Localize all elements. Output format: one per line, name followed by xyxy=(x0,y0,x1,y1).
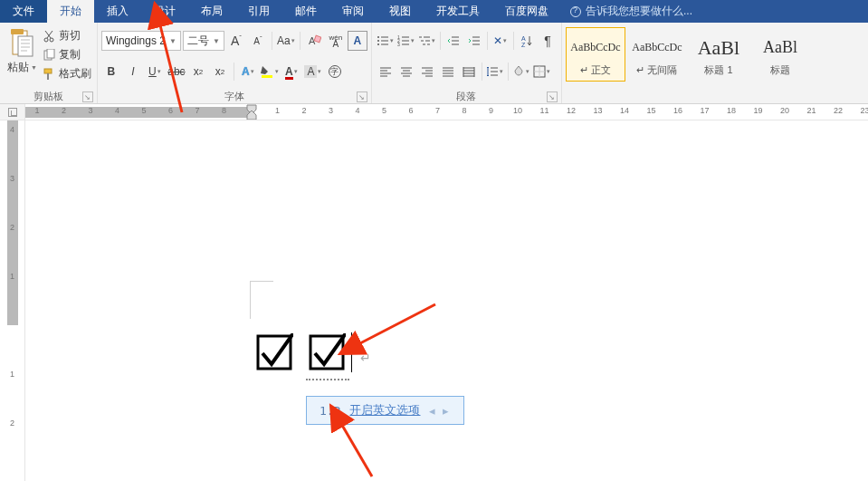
underline-button[interactable]: U▾ xyxy=(145,62,165,82)
decrease-indent-button[interactable] xyxy=(444,31,463,51)
distributed-button[interactable] xyxy=(459,62,479,82)
selection-underline xyxy=(306,333,349,375)
cut-button[interactable]: 剪切 xyxy=(41,27,93,44)
tab-design[interactable]: 设计 xyxy=(141,0,188,23)
svg-rect-2 xyxy=(18,36,33,56)
strikethrough-button[interactable]: abc xyxy=(167,62,186,82)
font-dialog-launcher[interactable]: ↘ xyxy=(357,91,367,102)
grow-font-button[interactable]: Aˆ xyxy=(226,31,246,51)
highlight-button[interactable]: ▾ xyxy=(260,62,280,82)
show-hide-marks-button[interactable]: ¶ xyxy=(538,31,558,51)
copy-button[interactable]: 复制 xyxy=(41,46,93,63)
clear-formatting-button[interactable]: A xyxy=(304,31,324,51)
style-gallery[interactable]: AaBbCcDc↵ 正文AaBbCcDc↵ 无间隔AaBl标题 1AaBl标题 xyxy=(566,25,810,89)
tab-mailings[interactable]: 邮件 xyxy=(282,0,329,23)
ribbon: 粘贴▼ 剪切 复制 格式刷 剪贴板↘ xyxy=(0,23,868,104)
group-font: Wingdings 2▼ 二号▼ Aˆ Aˇ Aa▾ A wénA A B I … xyxy=(98,23,372,103)
italic-button[interactable]: I xyxy=(123,62,143,82)
superscript-button[interactable]: x2 xyxy=(210,62,230,82)
format-painter-icon xyxy=(43,68,55,81)
clipboard-dialog-launcher[interactable]: ↘ xyxy=(82,91,93,102)
ime-pager[interactable]: ◂ ▸ xyxy=(429,404,451,418)
change-case-button[interactable]: Aa▾ xyxy=(276,31,296,51)
svg-rect-1 xyxy=(11,29,24,34)
horizontal-ruler-row: 8765432112345678910111213141516171819202… xyxy=(0,104,868,120)
tab-file[interactable]: 文件 xyxy=(0,0,47,23)
style-preview: AaBl xyxy=(763,32,797,63)
tab-references[interactable]: 引用 xyxy=(235,0,282,23)
align-left-button[interactable] xyxy=(376,62,396,82)
multilevel-list-button[interactable]: ▾ xyxy=(417,31,437,51)
justify-button[interactable] xyxy=(438,62,458,82)
svg-point-14 xyxy=(377,43,379,45)
group-styles: AaBbCcDc↵ 正文AaBbCcDc↵ 无间隔AaBl标题 1AaBl标题 xyxy=(562,23,868,103)
align-center-button[interactable] xyxy=(396,62,416,82)
style-item[interactable]: AaBl标题 1 xyxy=(689,27,749,82)
enclose-characters-button[interactable]: 字 xyxy=(325,62,345,82)
line-spacing-button[interactable]: ▾ xyxy=(485,62,505,82)
style-item[interactable]: AaBbCcDc↵ 正文 xyxy=(566,27,625,82)
tab-view[interactable]: 视图 xyxy=(377,0,424,23)
font-color-button[interactable]: A▾ xyxy=(281,62,301,82)
bullets-button[interactable]: ▾ xyxy=(376,31,396,51)
style-item[interactable]: AaBl标题 xyxy=(750,27,810,82)
style-preview: AaBl xyxy=(698,32,739,63)
text-effects-button[interactable]: A▾ xyxy=(238,62,258,82)
group-clipboard: 粘贴▼ 剪切 复制 格式刷 剪贴板↘ xyxy=(0,23,98,103)
cut-label: 剪切 xyxy=(59,28,81,43)
svg-rect-10 xyxy=(314,35,321,43)
svg-rect-8 xyxy=(47,73,49,80)
paragraph-dialog-launcher[interactable]: ↘ xyxy=(547,91,558,102)
ruler-tab-selector[interactable] xyxy=(0,104,25,120)
ribbon-tabs: 文件 开始 插入 设计 布局 引用 邮件 审阅 视图 开发工具 百度网盘 告诉我… xyxy=(0,0,868,23)
group-paragraph: ▾ 123▾ ▾ ✕▾ AZ ¶ ▾ ▾ xyxy=(372,23,562,103)
style-name: 标题 1 xyxy=(704,63,732,77)
shrink-font-button[interactable]: Aˇ xyxy=(248,31,268,51)
svg-point-4 xyxy=(50,38,53,42)
align-right-button[interactable] xyxy=(417,62,437,82)
tab-baidu[interactable]: 百度网盘 xyxy=(492,0,561,23)
numbering-button[interactable]: 123▾ xyxy=(396,31,416,51)
ime-candidate-box[interactable]: 1.R 开启英文选项 ◂ ▸ xyxy=(306,396,464,425)
character-border-button[interactable]: A xyxy=(348,31,367,51)
lightbulb-icon xyxy=(570,6,581,17)
tell-me-search[interactable]: 告诉我您想要做什么... xyxy=(561,0,701,23)
font-size-value: 二号 xyxy=(187,34,209,49)
increase-indent-button[interactable] xyxy=(464,31,484,51)
annotation-arrow-to-symbol xyxy=(349,300,440,357)
font-name-combo[interactable]: Wingdings 2▼ xyxy=(101,31,181,51)
character-shading-button[interactable]: A▾ xyxy=(303,62,323,82)
font-size-combo[interactable]: 二号▼ xyxy=(183,31,224,51)
page-corner-mark xyxy=(250,281,273,319)
format-painter-button[interactable]: 格式刷 xyxy=(41,65,93,82)
tab-layout[interactable]: 布局 xyxy=(188,0,235,23)
svg-point-3 xyxy=(44,38,48,42)
annotation-arrow-to-ime xyxy=(331,418,386,481)
format-painter-label: 格式刷 xyxy=(59,66,91,82)
svg-text:A: A xyxy=(521,35,526,42)
tab-home[interactable]: 开始 xyxy=(47,0,94,23)
subscript-button[interactable]: x2 xyxy=(188,62,208,82)
shading-button[interactable]: ▾ xyxy=(511,62,531,82)
tab-developer[interactable]: 开发工具 xyxy=(424,0,492,23)
paste-label: 粘贴 xyxy=(7,60,29,75)
bold-button[interactable]: B xyxy=(101,62,121,82)
phonetic-guide-button[interactable]: wénA xyxy=(326,31,346,51)
sort-button[interactable]: AZ xyxy=(517,31,537,51)
paste-button[interactable]: 粘贴▼ xyxy=(4,25,41,89)
style-item[interactable]: AaBbCcDc↵ 无间隔 xyxy=(627,27,687,82)
document-canvas[interactable]: ↵ 1.R 开启英文选项 ◂ ▸ xyxy=(25,120,868,481)
style-name: 标题 xyxy=(770,63,790,77)
tab-insert[interactable]: 插入 xyxy=(94,0,141,23)
svg-point-12 xyxy=(377,36,379,38)
ime-english-option-link[interactable]: 开启英文选项 xyxy=(349,402,420,418)
asian-layout-button[interactable]: ✕▾ xyxy=(491,31,510,51)
horizontal-ruler[interactable]: 8765432112345678910111213141516171819202… xyxy=(25,104,868,120)
vertical-ruler[interactable]: 432112 xyxy=(0,120,25,481)
tab-review[interactable]: 审阅 xyxy=(329,0,377,23)
borders-button[interactable]: ▾ xyxy=(532,62,552,82)
scissors-icon xyxy=(43,30,55,43)
svg-line-24 xyxy=(357,304,435,345)
style-preview: AaBbCcDc xyxy=(570,32,620,63)
style-preview: AaBbCcDc xyxy=(632,32,682,63)
